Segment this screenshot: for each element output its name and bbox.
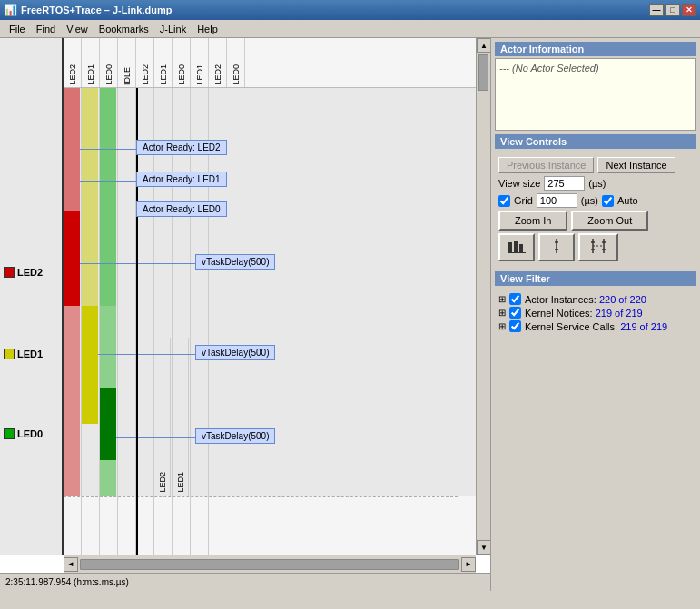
view-filter-header: View Filter xyxy=(495,271,696,286)
scroll-right-btn[interactable]: ► xyxy=(461,557,476,572)
col-header-led1c: LED1 xyxy=(191,38,209,87)
status-text: 2:35:11.987.954 (h:m:s.ms.µs) xyxy=(5,577,129,587)
trace-scrollbar[interactable]: ▲ ▼ xyxy=(476,38,490,555)
ann-line-vtask3 xyxy=(116,437,198,438)
app-icon: 📊 xyxy=(4,4,17,16)
cursor-line xyxy=(136,88,138,555)
col-header-led1a: LED1 xyxy=(82,38,100,87)
auto-label: Auto xyxy=(617,195,638,206)
led2-color-box xyxy=(4,267,15,278)
minimize-button[interactable]: — xyxy=(649,4,664,16)
filter-label-2: Kernel Notices: 219 of 219 xyxy=(525,308,643,319)
annotation-vtask1: vTaskDelay(500) xyxy=(195,254,275,270)
filter-kernel-service: ⊞ Kernel Service Calls: 219 of 219 xyxy=(498,320,693,332)
window-title: FreeRTOS+Trace – J-Link.dump xyxy=(21,5,172,15)
menu-help[interactable]: Help xyxy=(192,22,223,36)
actor-label-led2: LED2 xyxy=(4,267,43,278)
ann-line-led1 xyxy=(80,181,139,182)
filter-checkbox-1[interactable] xyxy=(509,293,521,305)
grid-checkbox[interactable] xyxy=(498,195,510,207)
actor-label-led0: LED0 xyxy=(4,428,43,439)
trace-panel: LED2 LED1 LED0 LED2 LED1 xyxy=(0,38,491,591)
section-bg-1 xyxy=(64,88,476,306)
prev-instance-button[interactable]: Previous Instance xyxy=(498,157,594,173)
zoom-out-button[interactable]: Zoom Out xyxy=(571,211,648,231)
col-header-led2c: LED2 xyxy=(209,38,227,87)
menu-jlink[interactable]: J-Link xyxy=(154,22,192,36)
maximize-button[interactable]: □ xyxy=(665,4,680,16)
filter-count-3: 219 of 219 xyxy=(620,321,667,332)
menu-view[interactable]: View xyxy=(61,22,94,36)
svg-rect-0 xyxy=(508,242,512,253)
h-scrollbar[interactable]: ◄ ► xyxy=(64,555,476,573)
led1-label: LED1 xyxy=(17,349,43,359)
vline-6 xyxy=(190,88,191,555)
title-bar: 📊 FreeRTOS+Trace – J-Link.dump — □ ✕ xyxy=(0,0,700,20)
led0-color-box xyxy=(4,428,15,439)
grid-input[interactable] xyxy=(537,193,577,208)
auto-checkbox[interactable] xyxy=(602,195,614,207)
filter-label-1: Actor Instances: 220 of 220 xyxy=(525,294,646,305)
filter-kernel-notices: ⊞ Kernel Notices: 219 of 219 xyxy=(498,307,693,319)
filter-checkbox-2[interactable] xyxy=(509,307,521,319)
cursor-icon-btn[interactable] xyxy=(538,233,575,261)
col-header-idle: IDLE xyxy=(118,38,136,87)
view-size-input[interactable] xyxy=(544,176,585,191)
trace-bar-led1-hatch xyxy=(82,88,98,306)
led0-label: LED0 xyxy=(17,428,43,439)
h-scroll-thumb[interactable] xyxy=(80,559,459,570)
col-header-led0b: LED0 xyxy=(173,38,191,87)
scroll-left-btn[interactable]: ◄ xyxy=(64,557,78,572)
annotation-led2: Actor Ready: LED2 xyxy=(136,140,227,155)
grid-unit: (µs) xyxy=(581,195,598,206)
trace-bar-led0-hatch2 xyxy=(100,306,116,496)
view-controls-section: View Controls Previous Instance Next Ins… xyxy=(495,134,696,268)
menu-bar: File Find View Bookmarks J-Link Help xyxy=(0,20,700,38)
vline-2 xyxy=(117,88,118,555)
vline-7 xyxy=(208,88,209,555)
section-bg-2 xyxy=(64,306,476,496)
bar-chart-icon-btn[interactable] xyxy=(498,233,535,261)
col-header-led0a: LED0 xyxy=(100,38,118,87)
col-led2-lower: LED2 xyxy=(154,338,171,496)
window-controls: — □ ✕ xyxy=(649,4,696,16)
filter-expand-1[interactable]: ⊞ xyxy=(498,294,506,304)
trace-bar-led2-solid xyxy=(64,211,80,306)
scroll-up-btn[interactable]: ▲ xyxy=(477,38,490,53)
actor-info-section: Actor Information --- (No Actor Selected… xyxy=(495,42,696,131)
filter-expand-3[interactable]: ⊞ xyxy=(498,321,506,331)
trace-bar-led2-hatch2 xyxy=(64,306,80,496)
menu-file[interactable]: File xyxy=(4,22,31,36)
scroll-thumb[interactable] xyxy=(478,54,488,91)
view-filter-content: ⊞ Actor Instances: 220 of 220 ⊞ Kernel N… xyxy=(495,288,696,338)
view-filter-section: View Filter ⊞ Actor Instances: 220 of 22… xyxy=(495,271,696,338)
annotation-led1: Actor Ready: LED1 xyxy=(136,172,227,187)
col-header-led0c: LED0 xyxy=(227,38,245,87)
menu-find[interactable]: Find xyxy=(31,22,61,36)
grid-label: Grid xyxy=(514,195,533,206)
status-bar: 2:35:11.987.954 (h:m:s.ms.µs) xyxy=(0,573,490,591)
actor-info-header: Actor Information xyxy=(495,42,696,56)
right-panel: Actor Information --- (No Actor Selected… xyxy=(491,38,700,591)
ann-line-vtask1 xyxy=(80,263,198,264)
trace-viewport[interactable]: LED2 LED1 LED0 LED2 LED1 xyxy=(0,38,490,573)
menu-bookmarks[interactable]: Bookmarks xyxy=(94,22,154,36)
led2-label: LED2 xyxy=(17,267,43,278)
scroll-down-btn[interactable]: ▼ xyxy=(477,540,490,555)
close-button[interactable]: ✕ xyxy=(682,4,696,16)
view-size-row: View size (µs) xyxy=(498,176,693,191)
annotation-vtask2: vTaskDelay(500) xyxy=(195,345,275,360)
next-instance-button[interactable]: Next Instance xyxy=(597,157,675,173)
view-controls-content: Previous Instance Next Instance View siz… xyxy=(495,151,696,268)
hline-3 xyxy=(64,496,458,497)
actor-info-content: --- (No Actor Selected) xyxy=(495,58,696,131)
view-controls-header: View Controls xyxy=(495,134,696,149)
instance-nav-row: Previous Instance Next Instance xyxy=(498,157,693,173)
filter-checkbox-3[interactable] xyxy=(509,320,521,332)
col-header-led1b: LED1 xyxy=(154,38,173,87)
filter-expand-2[interactable]: ⊞ xyxy=(498,308,506,318)
ann-line-led0 xyxy=(80,211,139,211)
zoom-in-button[interactable]: Zoom In xyxy=(498,211,567,231)
filter-count-1: 220 of 220 xyxy=(599,294,646,305)
dual-cursor-icon-btn[interactable] xyxy=(578,233,618,261)
